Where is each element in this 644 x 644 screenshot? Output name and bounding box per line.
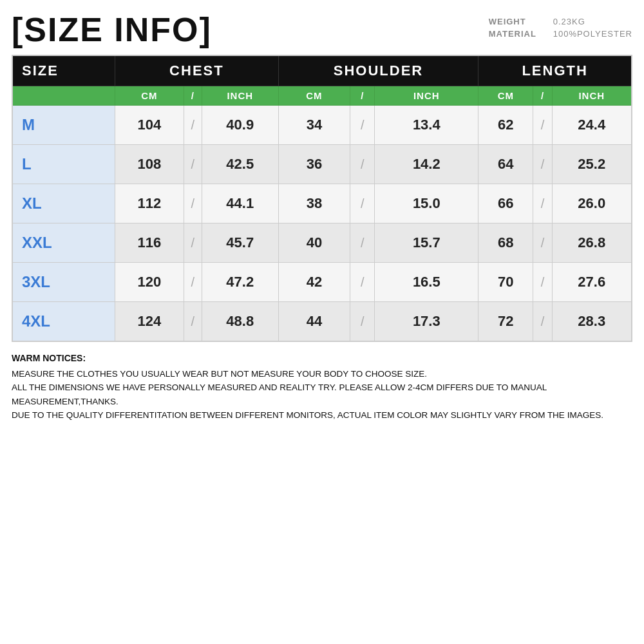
subheader-shoulder-slash: /	[350, 86, 375, 106]
subheader-length-slash: /	[533, 86, 552, 106]
notices-section: WARM NOTICES: MEASURE THE CLOTHES YOU US…	[12, 351, 632, 422]
cell-chest-cm: 104	[115, 106, 184, 145]
cell-shoulder-slash: /	[350, 263, 375, 302]
cell-length-cm: 72	[478, 302, 533, 342]
cell-length-slash: /	[533, 184, 552, 223]
cell-size: M	[12, 106, 115, 145]
cell-chest-inch: 47.2	[202, 263, 278, 302]
table-row: XXL 116 / 45.7 40 / 15.7 68 / 26.8	[12, 223, 632, 263]
notices-lines: MEASURE THE CLOTHES YOU USUALLY WEAR BUT…	[12, 367, 632, 422]
weight-row: WEIGHT 0.23KG	[489, 17, 632, 26]
header-size: SIZE	[12, 55, 115, 86]
meta-info: WEIGHT 0.23KG MATERIAL 100%POLYESTER	[489, 12, 632, 41]
cell-shoulder-slash: /	[350, 302, 375, 342]
cell-chest-cm: 120	[115, 263, 184, 302]
table-row: M 104 / 40.9 34 / 13.4 62 / 24.4	[12, 106, 632, 145]
cell-chest-cm: 124	[115, 302, 184, 342]
cell-length-inch: 24.4	[552, 106, 632, 145]
cell-chest-slash: /	[184, 223, 202, 263]
table-header-row: SIZE CHEST SHOULDER LENGTH	[12, 55, 632, 86]
cell-length-slash: /	[533, 106, 552, 145]
page-container: [SIZE INFO] WEIGHT 0.23KG MATERIAL 100%P…	[0, 0, 644, 644]
cell-shoulder-inch: 15.0	[375, 184, 478, 223]
cell-chest-inch: 48.8	[202, 302, 278, 342]
weight-label: WEIGHT	[489, 17, 540, 26]
cell-shoulder-inch: 17.3	[375, 302, 478, 342]
cell-shoulder-slash: /	[350, 106, 375, 145]
header-shoulder: SHOULDER	[278, 55, 478, 86]
cell-size: XL	[12, 184, 115, 223]
notice-line: DUE TO THE QUALITY DIFFERENTITATION BETW…	[12, 408, 632, 422]
cell-chest-inch: 44.1	[202, 184, 278, 223]
cell-shoulder-slash: /	[350, 145, 375, 184]
cell-shoulder-inch: 15.7	[375, 223, 478, 263]
table-body: M 104 / 40.9 34 / 13.4 62 / 24.4 L 108 /…	[12, 106, 632, 342]
table-row: XL 112 / 44.1 38 / 15.0 66 / 26.0	[12, 184, 632, 223]
cell-size: 3XL	[12, 263, 115, 302]
cell-length-inch: 25.2	[552, 145, 632, 184]
notices-title: WARM NOTICES:	[12, 351, 632, 365]
subheader-shoulder-inch: INCH	[375, 86, 478, 106]
cell-length-cm: 66	[478, 184, 533, 223]
material-value: 100%POLYESTER	[553, 29, 632, 39]
cell-chest-cm: 116	[115, 223, 184, 263]
cell-shoulder-slash: /	[350, 223, 375, 263]
cell-size: XXL	[12, 223, 115, 263]
subheader-row: CM / INCH CM / INCH CM / INCH	[12, 86, 632, 106]
material-row: MATERIAL 100%POLYESTER	[489, 29, 632, 39]
subheader-shoulder-cm: CM	[278, 86, 350, 106]
subheader-chest-inch: INCH	[202, 86, 278, 106]
cell-size: L	[12, 145, 115, 184]
cell-size: 4XL	[12, 302, 115, 342]
subheader-length-inch: INCH	[552, 86, 632, 106]
cell-length-inch: 26.0	[552, 184, 632, 223]
cell-shoulder-cm: 40	[278, 223, 350, 263]
cell-length-inch: 27.6	[552, 263, 632, 302]
table-row: L 108 / 42.5 36 / 14.2 64 / 25.2	[12, 145, 632, 184]
cell-shoulder-cm: 34	[278, 106, 350, 145]
subheader-size-empty	[12, 86, 115, 106]
page-title: [SIZE INFO]	[12, 12, 212, 48]
notice-line: MEASURE THE CLOTHES YOU USUALLY WEAR BUT…	[12, 367, 632, 381]
material-label: MATERIAL	[489, 29, 540, 39]
subheader-chest-cm: CM	[115, 86, 184, 106]
header-chest: CHEST	[115, 55, 279, 86]
header-area: [SIZE INFO] WEIGHT 0.23KG MATERIAL 100%P…	[12, 12, 632, 48]
cell-length-slash: /	[533, 223, 552, 263]
header-length: LENGTH	[478, 55, 632, 86]
cell-shoulder-inch: 14.2	[375, 145, 478, 184]
cell-chest-cm: 112	[115, 184, 184, 223]
cell-length-slash: /	[533, 263, 552, 302]
cell-shoulder-cm: 42	[278, 263, 350, 302]
cell-length-cm: 70	[478, 263, 533, 302]
table-row: 4XL 124 / 48.8 44 / 17.3 72 / 28.3	[12, 302, 632, 342]
cell-chest-slash: /	[184, 302, 202, 342]
cell-shoulder-cm: 38	[278, 184, 350, 223]
cell-length-slash: /	[533, 302, 552, 342]
cell-length-cm: 62	[478, 106, 533, 145]
cell-shoulder-inch: 16.5	[375, 263, 478, 302]
cell-length-inch: 28.3	[552, 302, 632, 342]
notice-line: ALL THE DIMENSIONS WE HAVE PERSONALLY ME…	[12, 381, 632, 408]
cell-length-cm: 68	[478, 223, 533, 263]
weight-value: 0.23KG	[553, 17, 585, 26]
cell-chest-slash: /	[184, 263, 202, 302]
subheader-chest-slash: /	[184, 86, 202, 106]
cell-length-cm: 64	[478, 145, 533, 184]
cell-length-inch: 26.8	[552, 223, 632, 263]
table-row: 3XL 120 / 47.2 42 / 16.5 70 / 27.6	[12, 263, 632, 302]
cell-shoulder-cm: 36	[278, 145, 350, 184]
cell-shoulder-cm: 44	[278, 302, 350, 342]
cell-chest-slash: /	[184, 145, 202, 184]
cell-chest-inch: 40.9	[202, 106, 278, 145]
subheader-length-cm: CM	[478, 86, 533, 106]
cell-chest-inch: 42.5	[202, 145, 278, 184]
cell-shoulder-inch: 13.4	[375, 106, 478, 145]
size-table: SIZE CHEST SHOULDER LENGTH CM / INCH CM …	[12, 55, 632, 342]
cell-chest-inch: 45.7	[202, 223, 278, 263]
cell-chest-cm: 108	[115, 145, 184, 184]
cell-chest-slash: /	[184, 106, 202, 145]
cell-chest-slash: /	[184, 184, 202, 223]
cell-length-slash: /	[533, 145, 552, 184]
cell-shoulder-slash: /	[350, 184, 375, 223]
